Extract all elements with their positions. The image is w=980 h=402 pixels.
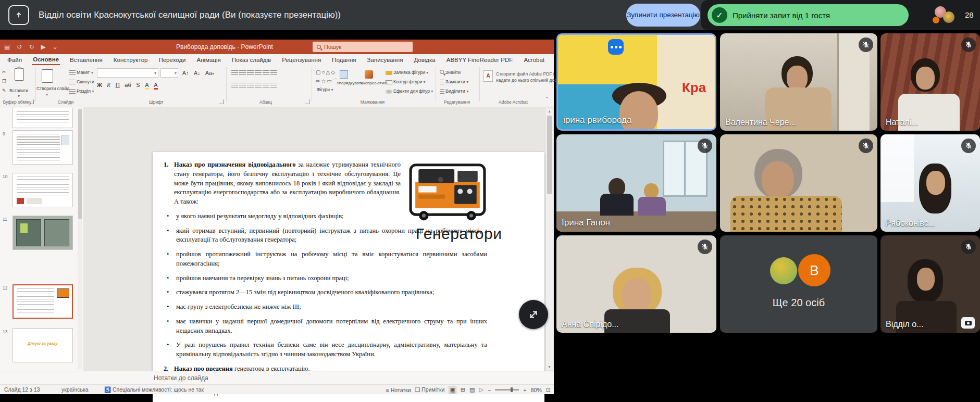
create-pdf-line1[interactable]: Створити файл Adobe PDF і <box>496 71 554 77</box>
highlight-color-button[interactable]: А <box>145 82 148 90</box>
quick-styles-button[interactable]: Експрес-стилі <box>361 81 387 85</box>
participants-avatars[interactable] <box>934 6 961 25</box>
find-button[interactable]: Знайти <box>440 70 461 75</box>
bold-button[interactable]: Ж <box>97 82 102 88</box>
slide-indicator[interactable]: Слайд 12 з 13 <box>4 386 40 393</box>
justify-icon[interactable] <box>255 83 262 88</box>
video-tile-natali[interactable]: Наталі... <box>880 33 980 131</box>
notes-toggle[interactable]: ≡ Нотатки <box>386 387 411 393</box>
new-slide-icon[interactable] <box>42 69 53 83</box>
stop-presentation-button[interactable]: Зупинити презентацію <box>626 4 700 27</box>
customize-qat-icon[interactable]: ⌄ <box>53 43 58 51</box>
video-tile-viddil-osvity[interactable]: Відділ о... <box>880 235 980 333</box>
undo-icon[interactable]: ↺ <box>17 43 22 51</box>
reading-view-icon[interactable]: ▤ <box>469 386 475 393</box>
participant-count[interactable]: 28 <box>965 0 974 30</box>
slideshow-icon[interactable]: ▶ <box>41 43 45 51</box>
redo-icon[interactable]: ↻ <box>29 43 34 51</box>
tab-insert[interactable]: Вставлення <box>69 55 104 65</box>
thumbnail-slide-12-selected[interactable] <box>13 284 73 319</box>
columns-icon[interactable] <box>263 83 269 88</box>
font-size-select[interactable]: ▾ <box>160 68 178 78</box>
tab-home[interactable]: Основне <box>32 55 60 65</box>
paste-icon[interactable] <box>15 68 24 81</box>
paste-button[interactable]: Вставити <box>9 88 28 93</box>
video-tile-unnamed[interactable] <box>720 134 877 232</box>
line-spacing-icon[interactable] <box>263 70 269 76</box>
search-input[interactable] <box>324 44 402 50</box>
select-button[interactable]: Виділити ▾ <box>440 89 468 94</box>
comments-toggle[interactable]: ❑ Примітки <box>415 386 445 393</box>
video-tile-valentyna[interactable]: Валентина Чере... <box>720 33 877 131</box>
shape-outline-button[interactable]: Контур фігури ▾ <box>386 79 426 84</box>
tab-review[interactable]: Рецензування <box>281 55 322 65</box>
arrange-button[interactable]: Упорядкувати <box>337 81 363 85</box>
notes-pane[interactable]: Нотатки до слайда <box>0 371 554 384</box>
shrink-font-icon[interactable]: А↓ <box>194 70 200 76</box>
create-pdf-line2[interactable]: надати до нього спільний доступ <box>496 78 563 83</box>
new-slide-button[interactable]: Створити слайд <box>36 86 69 91</box>
smartart-icon[interactable] <box>270 83 277 88</box>
new-slide-dropdown-icon[interactable]: ▾ <box>46 92 48 97</box>
bullets-icon[interactable] <box>231 70 238 76</box>
tab-animations[interactable]: Анімація <box>196 55 222 65</box>
copy-icon[interactable]: ❐ <box>2 79 6 84</box>
accessibility-status[interactable]: Спеціальні можливості: щось не так <box>113 386 204 393</box>
tab-file[interactable]: Файл <box>6 55 23 65</box>
camera-switch-icon[interactable] <box>961 317 975 329</box>
decrease-indent-icon[interactable] <box>247 70 254 76</box>
replace-button[interactable]: Замінити ▾ <box>440 79 468 85</box>
paragraph-dialog-launcher-icon[interactable] <box>305 99 309 104</box>
tab-view[interactable]: Подання <box>331 55 357 65</box>
align-left-icon[interactable] <box>231 83 238 88</box>
thumbnail-partial[interactable] <box>13 108 73 128</box>
cut-icon[interactable]: ✂ <box>2 69 6 74</box>
tab-abbyy[interactable]: ABBYY FineReader PDF <box>445 55 514 65</box>
adobe-pdf-icon[interactable]: A <box>483 70 493 82</box>
save-icon[interactable]: ▤ <box>4 43 10 51</box>
admit-guest-button[interactable]: ✓ Прийняти запит від 1 гостя <box>708 4 909 26</box>
paste-dropdown-icon[interactable]: ▾ <box>18 94 20 98</box>
thumbnail-scrollbar[interactable] <box>78 108 82 369</box>
tab-recording[interactable]: Записування <box>366 55 404 65</box>
video-tile-iryna-hapon[interactable]: Ірина Гапон <box>556 134 716 232</box>
slideshow-view-icon[interactable]: ▷ <box>479 386 483 393</box>
thumbnail-slide-9[interactable] <box>13 130 73 165</box>
video-tile-anna-spiridonova[interactable]: Анна Спірідо... <box>556 235 716 333</box>
video-tile-iryna-rvyboroda[interactable]: Кра ірина рвиборода <box>556 33 716 131</box>
ppt-search-box[interactable] <box>313 42 413 52</box>
section-button[interactable]: Розділ ▾ <box>69 89 94 94</box>
align-center-icon[interactable] <box>239 83 246 88</box>
tab-design[interactable]: Конструктор <box>113 55 149 65</box>
tab-slideshow[interactable]: Показ слайдів <box>231 55 272 65</box>
clipboard-dialog-launcher-icon[interactable] <box>29 99 34 104</box>
fit-slide-icon[interactable]: ⊡ <box>546 386 551 393</box>
text-shadow-button[interactable]: S <box>136 82 140 88</box>
change-case-button[interactable]: Аа▾ <box>205 70 214 76</box>
shape-effects-button[interactable]: Ефекти для фігур ▾ <box>386 89 433 94</box>
normal-view-icon[interactable]: ▣ <box>449 386 456 394</box>
italic-button[interactable]: К <box>107 82 110 88</box>
slide-scrollbar[interactable]: ▲ ▼ <box>546 108 553 370</box>
shapes-button[interactable]: Фігури ▾ <box>317 87 333 92</box>
font-color-button[interactable]: А <box>154 82 157 90</box>
text-direction-icon[interactable] <box>270 70 277 76</box>
tab-help[interactable]: Довідка <box>413 55 436 65</box>
thumbnail-slide-10[interactable] <box>13 173 73 207</box>
language-indicator[interactable]: українська <box>61 386 89 393</box>
tab-acrobat[interactable]: Acrobat <box>523 55 545 65</box>
collapse-ribbon-icon[interactable]: ⌃ <box>545 96 549 102</box>
font-name-select[interactable]: ▾ <box>97 68 158 78</box>
slide-text-block[interactable]: 1.Наказ про призначення відповідального … <box>163 160 487 402</box>
format-painter-icon[interactable]: ✎ <box>2 88 6 93</box>
tab-transitions[interactable]: Переходи <box>157 55 187 65</box>
font-dialog-launcher-icon[interactable] <box>219 99 224 104</box>
shapes-gallery-icons[interactable]: ⇨☆▭⌒ <box>316 78 339 85</box>
shapes-gallery-icons[interactable]: ▢○△◇ <box>316 69 336 75</box>
arrange-icon[interactable] <box>340 70 348 79</box>
video-tile-riabokonivska[interactable]: Рябоконівс... <box>880 134 980 232</box>
align-right-icon[interactable] <box>247 83 254 88</box>
slide-sorter-icon[interactable]: ⊞ <box>461 386 465 393</box>
expand-presentation-button[interactable] <box>519 300 548 329</box>
zoom-out-icon[interactable]: − <box>488 387 491 393</box>
